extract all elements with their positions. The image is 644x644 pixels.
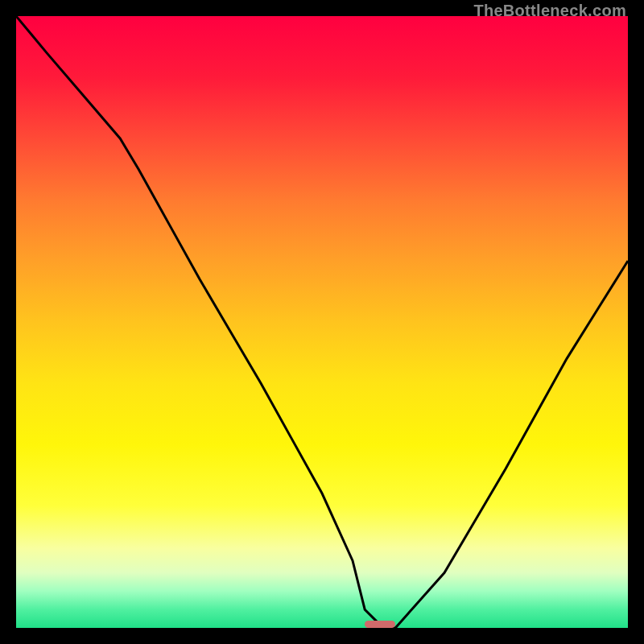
optimal-marker [365, 621, 395, 628]
plot-area [16, 16, 628, 628]
chart-frame: TheBottleneck.com [0, 0, 644, 644]
curve-svg [16, 16, 628, 628]
bottleneck-curve-path [16, 16, 628, 628]
